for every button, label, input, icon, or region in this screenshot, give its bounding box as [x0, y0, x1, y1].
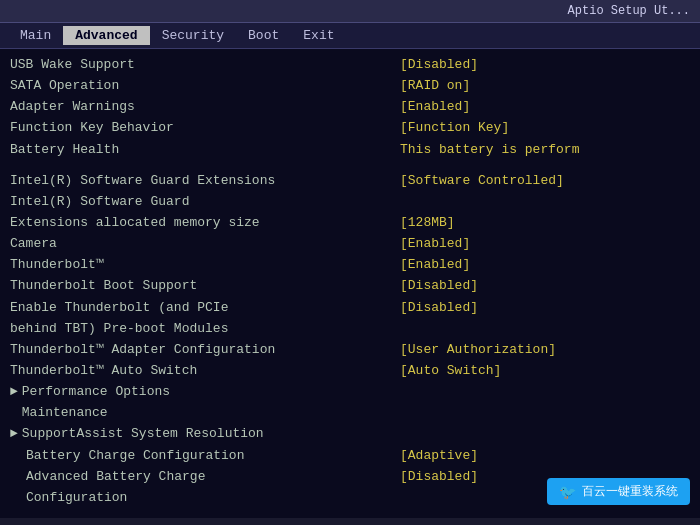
- menu-item-exit[interactable]: Exit: [291, 26, 346, 45]
- row-usb-wake: USB Wake Support [Disabled]: [10, 55, 690, 75]
- label-adv-battery: Advanced Battery Charge: [10, 467, 400, 487]
- label-camera: Camera: [10, 234, 400, 254]
- value-sgx: [Software Controlled]: [400, 171, 564, 191]
- value-usb-wake: [Disabled]: [400, 55, 478, 75]
- label-perf-options: Performance Options: [22, 382, 170, 402]
- label-sw-guard: Intel(R) Software Guard: [10, 192, 400, 212]
- value-fnkey: [Function Key]: [400, 118, 509, 138]
- value-battery-charge: [Adaptive]: [400, 446, 478, 466]
- row-battery-charge: Battery Charge Configuration [Adaptive]: [10, 446, 690, 466]
- label-tb-autoswitch: Thunderbolt™ Auto Switch: [10, 361, 400, 381]
- spacer-1: [10, 161, 690, 171]
- menu-item-main[interactable]: Main: [8, 26, 63, 45]
- label-tb-boot: Thunderbolt Boot Support: [10, 276, 400, 296]
- label-configuration: Configuration: [10, 488, 400, 508]
- twitter-bird-icon: 🐦: [559, 484, 576, 500]
- row-tb-boot: Thunderbolt Boot Support [Disabled]: [10, 276, 690, 296]
- label-battery-health: Battery Health: [10, 140, 400, 160]
- row-perf-options[interactable]: ► Performance Options: [10, 382, 690, 402]
- label-thunderbolt: Thunderbolt™: [10, 255, 400, 275]
- label-memory-size: Extensions allocated memory size: [10, 213, 400, 233]
- label-maintenance: Maintenance: [22, 403, 108, 423]
- row-camera: Camera [Enabled]: [10, 234, 690, 254]
- value-adv-battery: [Disabled]: [400, 467, 478, 487]
- value-tb-adapter: [User Authorization]: [400, 340, 556, 360]
- row-tb-pcie: Enable Thunderbolt (and PCIe [Disabled]: [10, 298, 690, 318]
- watermark: 🐦 百云一键重装系统: [547, 478, 690, 505]
- value-camera: [Enabled]: [400, 234, 470, 254]
- row-sata: SATA Operation [RAID on]: [10, 76, 690, 96]
- row-fnkey: Function Key Behavior [Function Key]: [10, 118, 690, 138]
- value-tb-pcie: [Disabled]: [400, 298, 478, 318]
- value-memory-size: [128MB]: [400, 213, 455, 233]
- value-tb-autoswitch: [Auto Switch]: [400, 361, 501, 381]
- menu-item-advanced[interactable]: Advanced: [63, 26, 149, 45]
- menu-bar: Main Advanced Security Boot Exit: [0, 23, 700, 49]
- value-thunderbolt: [Enabled]: [400, 255, 470, 275]
- label-fnkey: Function Key Behavior: [10, 118, 400, 138]
- label-tb-adapter: Thunderbolt™ Adapter Configuration: [10, 340, 400, 360]
- label-battery-charge: Battery Charge Configuration: [10, 446, 400, 466]
- row-tb-adapter: Thunderbolt™ Adapter Configuration [User…: [10, 340, 690, 360]
- label-tb-pcie: Enable Thunderbolt (and PCIe: [10, 298, 400, 318]
- value-tb-boot: [Disabled]: [400, 276, 478, 296]
- row-sgx: Intel(R) Software Guard Extensions [Soft…: [10, 171, 690, 191]
- content-area: USB Wake Support [Disabled] SATA Operati…: [0, 49, 700, 518]
- label-adapter: Adapter Warnings: [10, 97, 400, 117]
- top-bar: Aptio Setup Ut...: [0, 0, 700, 23]
- value-adapter: [Enabled]: [400, 97, 470, 117]
- menu-item-security[interactable]: Security: [150, 26, 236, 45]
- value-battery-health: This battery is perform: [400, 140, 579, 160]
- label-supportassist: SupportAssist System Resolution: [22, 424, 264, 444]
- top-bar-title: Aptio Setup Ut...: [568, 4, 690, 18]
- row-battery-health: Battery Health This battery is perform: [10, 140, 690, 160]
- value-sata: [RAID on]: [400, 76, 470, 96]
- row-memory-size: Extensions allocated memory size [128MB]: [10, 213, 690, 233]
- row-maintenance[interactable]: ► Maintenance: [10, 403, 690, 423]
- label-usb-wake: USB Wake Support: [10, 55, 400, 75]
- arrow-icon-support: ►: [10, 424, 18, 444]
- row-supportassist[interactable]: ► SupportAssist System Resolution: [10, 424, 690, 444]
- watermark-text: 百云一键重装系统: [582, 483, 678, 500]
- row-adapter: Adapter Warnings [Enabled]: [10, 97, 690, 117]
- label-sata: SATA Operation: [10, 76, 400, 96]
- label-sgx: Intel(R) Software Guard Extensions: [10, 171, 400, 191]
- row-tb-autoswitch: Thunderbolt™ Auto Switch [Auto Switch]: [10, 361, 690, 381]
- label-tb-preboot: behind TBT) Pre-boot Modules: [10, 319, 400, 339]
- menu-item-boot[interactable]: Boot: [236, 26, 291, 45]
- arrow-icon-perf: ►: [10, 382, 18, 402]
- row-sw-guard: Intel(R) Software Guard: [10, 192, 690, 212]
- row-thunderbolt: Thunderbolt™ [Enabled]: [10, 255, 690, 275]
- row-tb-preboot: behind TBT) Pre-boot Modules: [10, 319, 690, 339]
